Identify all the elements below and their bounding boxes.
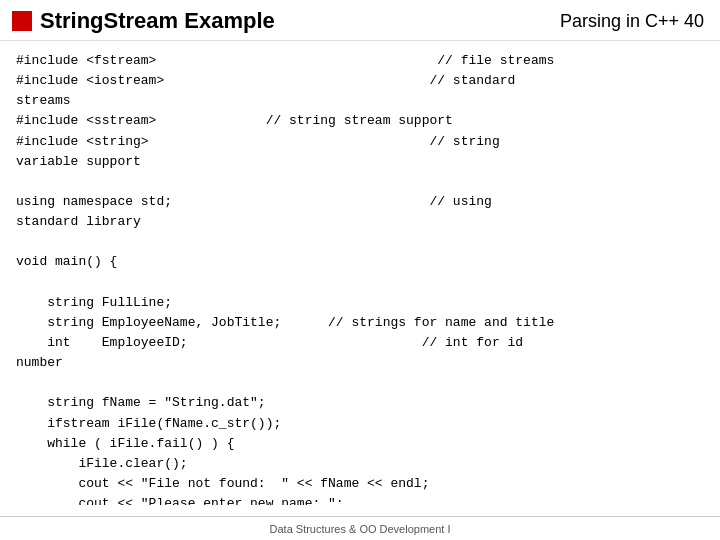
slide-header: StringStream Example Parsing in C++ 40 — [0, 0, 720, 41]
code-line: iFile.clear(); — [16, 454, 704, 474]
red-box-icon — [12, 11, 32, 31]
code-line: number — [16, 353, 704, 373]
code-line: ifstream iFile(fName.c_str()); — [16, 414, 704, 434]
code-line: using namespace std; // using — [16, 192, 704, 212]
code-line — [16, 172, 704, 192]
slide-title: StringStream Example — [40, 8, 275, 34]
header-left: StringStream Example — [12, 8, 275, 34]
code-line: #include <string> // string — [16, 132, 704, 152]
code-line: streams — [16, 91, 704, 111]
code-line: #include <iostream> // standard — [16, 71, 704, 91]
code-line: #include <fstream> // file streams — [16, 51, 704, 71]
code-line — [16, 373, 704, 393]
code-line: cout << "File not found: " << fName << e… — [16, 474, 704, 494]
code-line: standard library — [16, 212, 704, 232]
slide-footer: Data Structures & OO Development I — [0, 516, 720, 540]
code-line: string FullLine; — [16, 293, 704, 313]
footer-text: Data Structures & OO Development I — [270, 523, 451, 535]
code-block: #include <fstream> // file streams#inclu… — [16, 51, 704, 505]
code-line: variable support — [16, 152, 704, 172]
code-line: cout << "Please enter new name: "; — [16, 494, 704, 505]
code-line: void main() { — [16, 252, 704, 272]
code-line: #include <sstream> // string stream supp… — [16, 111, 704, 131]
code-line — [16, 273, 704, 293]
code-line: string fName = "String.dat"; — [16, 393, 704, 413]
code-content: #include <fstream> // file streams#inclu… — [0, 41, 720, 505]
code-line — [16, 232, 704, 252]
code-line: string EmployeeName, JobTitle; // string… — [16, 313, 704, 333]
slide-subtitle: Parsing in C++ 40 — [560, 11, 704, 32]
slide: StringStream Example Parsing in C++ 40 #… — [0, 0, 720, 540]
code-line: while ( iFile.fail() ) { — [16, 434, 704, 454]
code-line: int EmployeeID; // int for id — [16, 333, 704, 353]
